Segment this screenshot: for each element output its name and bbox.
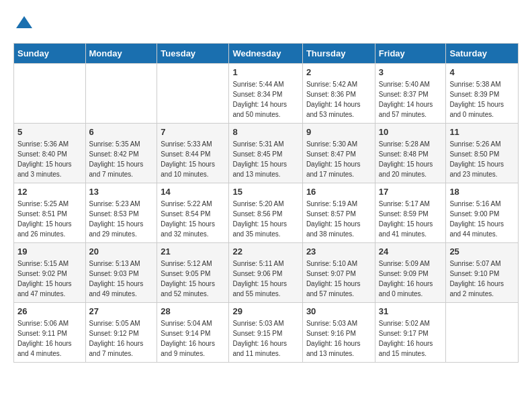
day-cell: 31Sunrise: 5:02 AMSunset: 9:17 PMDayligh… xyxy=(375,303,446,363)
day-number: 7 xyxy=(161,127,225,137)
day-info: Sunrise: 5:16 AMSunset: 9:00 PMDaylight:… xyxy=(449,199,515,239)
day-number: 24 xyxy=(379,246,443,257)
day-number: 1 xyxy=(232,67,298,77)
day-cell: 13Sunrise: 5:23 AMSunset: 8:53 PMDayligh… xyxy=(85,183,157,243)
header-cell-saturday: Saturday xyxy=(446,44,519,64)
header-cell-wednesday: Wednesday xyxy=(229,44,302,64)
day-number: 9 xyxy=(306,127,371,137)
day-number: 5 xyxy=(17,127,82,137)
day-cell: 12Sunrise: 5:25 AMSunset: 8:51 PMDayligh… xyxy=(14,183,86,243)
day-cell xyxy=(446,303,519,363)
day-info: Sunrise: 5:17 AMSunset: 8:59 PMDaylight:… xyxy=(379,199,443,239)
day-info: Sunrise: 5:33 AMSunset: 8:44 PMDaylight:… xyxy=(161,139,225,179)
day-number: 13 xyxy=(89,187,154,197)
day-info: Sunrise: 5:15 AMSunset: 9:02 PMDaylight:… xyxy=(17,259,82,299)
day-cell: 5Sunrise: 5:36 AMSunset: 8:40 PMDaylight… xyxy=(14,124,86,183)
day-info: Sunrise: 5:44 AMSunset: 8:34 PMDaylight:… xyxy=(232,79,298,120)
day-cell: 1Sunrise: 5:44 AMSunset: 8:34 PMDaylight… xyxy=(229,64,302,124)
day-number: 29 xyxy=(232,306,298,316)
week-row-2: 5Sunrise: 5:36 AMSunset: 8:40 PMDaylight… xyxy=(14,124,519,183)
page-header xyxy=(13,13,519,32)
day-number: 10 xyxy=(379,127,443,137)
day-cell: 20Sunrise: 5:13 AMSunset: 9:03 PMDayligh… xyxy=(85,243,157,303)
day-cell xyxy=(85,64,157,124)
header-cell-tuesday: Tuesday xyxy=(157,44,229,64)
day-info: Sunrise: 5:31 AMSunset: 8:45 PMDaylight:… xyxy=(232,139,298,179)
calendar-header-row: SundayMondayTuesdayWednesdayThursdayFrid… xyxy=(14,44,519,64)
week-row-3: 12Sunrise: 5:25 AMSunset: 8:51 PMDayligh… xyxy=(14,183,519,243)
day-info: Sunrise: 5:03 AMSunset: 9:16 PMDaylight:… xyxy=(306,318,371,359)
day-cell: 11Sunrise: 5:26 AMSunset: 8:50 PMDayligh… xyxy=(446,124,519,183)
header-cell-friday: Friday xyxy=(375,44,446,64)
header-cell-monday: Monday xyxy=(85,44,157,64)
day-number: 31 xyxy=(379,306,443,316)
day-cell: 29Sunrise: 5:03 AMSunset: 9:15 PMDayligh… xyxy=(229,303,302,363)
week-row-4: 19Sunrise: 5:15 AMSunset: 9:02 PMDayligh… xyxy=(14,243,519,303)
day-info: Sunrise: 5:19 AMSunset: 8:57 PMDaylight:… xyxy=(306,199,371,239)
day-number: 21 xyxy=(161,246,225,257)
day-cell: 7Sunrise: 5:33 AMSunset: 8:44 PMDaylight… xyxy=(157,124,229,183)
day-cell: 28Sunrise: 5:04 AMSunset: 9:14 PMDayligh… xyxy=(157,303,229,363)
logo xyxy=(13,13,34,32)
day-info: Sunrise: 5:28 AMSunset: 8:48 PMDaylight:… xyxy=(379,139,443,179)
day-info: Sunrise: 5:03 AMSunset: 9:15 PMDaylight:… xyxy=(232,318,298,359)
day-info: Sunrise: 5:13 AMSunset: 9:03 PMDaylight:… xyxy=(89,259,154,299)
day-number: 25 xyxy=(449,246,515,257)
day-cell: 4Sunrise: 5:38 AMSunset: 8:39 PMDaylight… xyxy=(446,64,519,124)
day-info: Sunrise: 5:22 AMSunset: 8:54 PMDaylight:… xyxy=(161,199,225,239)
header-cell-thursday: Thursday xyxy=(302,44,375,64)
week-row-1: 1Sunrise: 5:44 AMSunset: 8:34 PMDaylight… xyxy=(14,64,519,124)
day-cell: 10Sunrise: 5:28 AMSunset: 8:48 PMDayligh… xyxy=(375,124,446,183)
day-cell: 23Sunrise: 5:10 AMSunset: 9:07 PMDayligh… xyxy=(302,243,375,303)
header-cell-sunday: Sunday xyxy=(14,44,86,64)
day-cell: 15Sunrise: 5:20 AMSunset: 8:56 PMDayligh… xyxy=(229,183,302,243)
day-cell: 25Sunrise: 5:07 AMSunset: 9:10 PMDayligh… xyxy=(446,243,519,303)
day-info: Sunrise: 5:26 AMSunset: 8:50 PMDaylight:… xyxy=(449,139,515,179)
day-number: 6 xyxy=(89,127,154,137)
day-info: Sunrise: 5:07 AMSunset: 9:10 PMDaylight:… xyxy=(449,259,515,299)
day-info: Sunrise: 5:09 AMSunset: 9:09 PMDaylight:… xyxy=(379,259,443,299)
day-cell: 19Sunrise: 5:15 AMSunset: 9:02 PMDayligh… xyxy=(14,243,86,303)
day-number: 26 xyxy=(17,306,82,316)
day-number: 23 xyxy=(306,246,371,257)
day-info: Sunrise: 5:35 AMSunset: 8:42 PMDaylight:… xyxy=(89,139,154,179)
day-number: 16 xyxy=(306,187,371,197)
day-number: 11 xyxy=(449,127,515,137)
day-cell: 14Sunrise: 5:22 AMSunset: 8:54 PMDayligh… xyxy=(157,183,229,243)
day-info: Sunrise: 5:06 AMSunset: 9:11 PMDaylight:… xyxy=(17,318,82,359)
day-number: 20 xyxy=(89,246,154,257)
day-info: Sunrise: 5:42 AMSunset: 8:36 PMDaylight:… xyxy=(306,79,371,120)
day-number: 8 xyxy=(232,127,298,137)
day-cell: 16Sunrise: 5:19 AMSunset: 8:57 PMDayligh… xyxy=(302,183,375,243)
day-info: Sunrise: 5:38 AMSunset: 8:39 PMDaylight:… xyxy=(449,79,515,120)
week-row-5: 26Sunrise: 5:06 AMSunset: 9:11 PMDayligh… xyxy=(14,303,519,363)
day-number: 3 xyxy=(379,67,443,77)
day-number: 12 xyxy=(17,187,82,197)
day-info: Sunrise: 5:40 AMSunset: 8:37 PMDaylight:… xyxy=(379,79,443,120)
day-number: 22 xyxy=(232,246,298,257)
day-info: Sunrise: 5:11 AMSunset: 9:06 PMDaylight:… xyxy=(232,259,298,299)
day-cell: 9Sunrise: 5:30 AMSunset: 8:47 PMDaylight… xyxy=(302,124,375,183)
day-info: Sunrise: 5:04 AMSunset: 9:14 PMDaylight:… xyxy=(161,318,225,359)
day-info: Sunrise: 5:20 AMSunset: 8:56 PMDaylight:… xyxy=(232,199,298,239)
svg-marker-0 xyxy=(16,16,32,28)
day-cell: 21Sunrise: 5:12 AMSunset: 9:05 PMDayligh… xyxy=(157,243,229,303)
day-info: Sunrise: 5:23 AMSunset: 8:53 PMDaylight:… xyxy=(89,199,154,239)
day-number: 14 xyxy=(161,187,225,197)
day-number: 19 xyxy=(17,246,82,257)
day-number: 17 xyxy=(379,187,443,197)
day-info: Sunrise: 5:10 AMSunset: 9:07 PMDaylight:… xyxy=(306,259,371,299)
day-cell: 30Sunrise: 5:03 AMSunset: 9:16 PMDayligh… xyxy=(302,303,375,363)
day-cell: 27Sunrise: 5:05 AMSunset: 9:12 PMDayligh… xyxy=(85,303,157,363)
day-number: 4 xyxy=(449,67,515,77)
day-info: Sunrise: 5:05 AMSunset: 9:12 PMDaylight:… xyxy=(89,318,154,359)
day-number: 27 xyxy=(89,306,154,316)
day-cell: 17Sunrise: 5:17 AMSunset: 8:59 PMDayligh… xyxy=(375,183,446,243)
day-info: Sunrise: 5:25 AMSunset: 8:51 PMDaylight:… xyxy=(17,199,82,239)
day-number: 15 xyxy=(232,187,298,197)
day-cell xyxy=(157,64,229,124)
day-info: Sunrise: 5:30 AMSunset: 8:47 PMDaylight:… xyxy=(306,139,371,179)
day-number: 2 xyxy=(306,67,371,77)
day-cell: 26Sunrise: 5:06 AMSunset: 9:11 PMDayligh… xyxy=(14,303,86,363)
day-number: 18 xyxy=(449,187,515,197)
